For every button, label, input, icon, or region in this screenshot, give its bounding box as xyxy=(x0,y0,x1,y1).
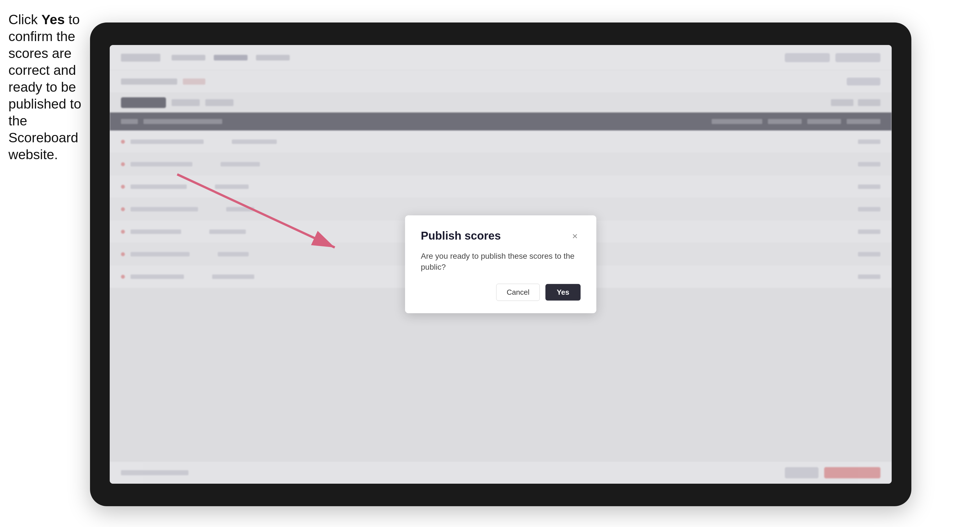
tablet-screen: Publish scores × Are you ready to publis… xyxy=(110,45,892,484)
instruction-part1: Click xyxy=(8,12,41,27)
tablet-device: Publish scores × Are you ready to publis… xyxy=(90,22,912,506)
modal-footer: Cancel Yes xyxy=(421,284,581,301)
modal-close-button[interactable]: × xyxy=(570,230,581,241)
modal-dialog: Publish scores × Are you ready to publis… xyxy=(405,216,596,313)
modal-body: Are you ready to publish these scores to… xyxy=(421,251,581,273)
instruction-part2: to confirm the scores are correct and re… xyxy=(8,12,81,162)
yes-button[interactable]: Yes xyxy=(546,284,581,301)
instruction-text: Click Yes to confirm the scores are corr… xyxy=(8,11,90,163)
instruction-bold: Yes xyxy=(41,12,65,27)
modal-header: Publish scores × xyxy=(421,230,581,242)
modal-title: Publish scores xyxy=(421,230,501,242)
cancel-button[interactable]: Cancel xyxy=(496,284,540,301)
